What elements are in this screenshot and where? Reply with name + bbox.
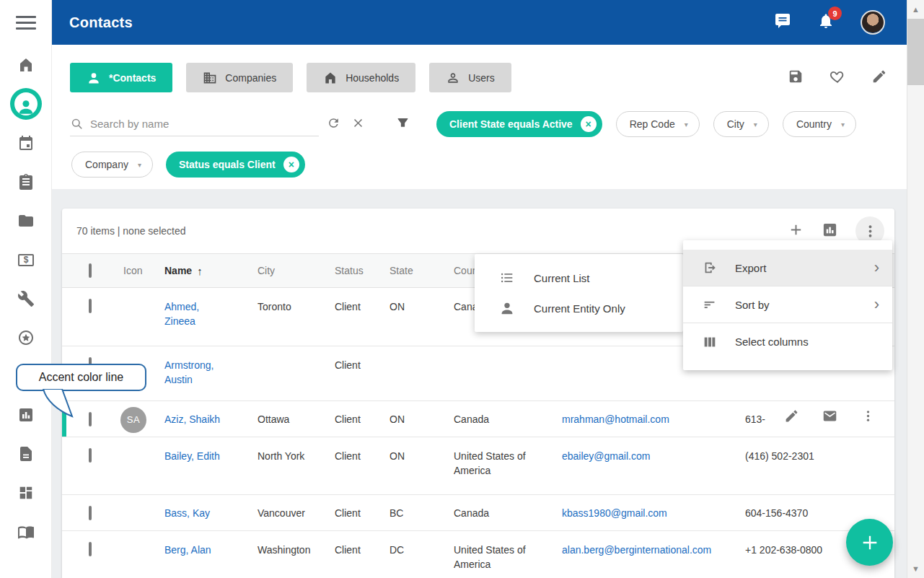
cell-status: Client	[335, 495, 390, 530]
contact-name-link[interactable]: Armstrong, Austin	[164, 346, 258, 400]
tab-contacts[interactable]: *Contacts	[70, 63, 172, 92]
sidebar-item-favorites[interactable]	[0, 318, 52, 357]
cell-email[interactable]: mrahman@hotmail.com	[562, 401, 745, 437]
select-all-checkbox[interactable]	[89, 263, 92, 278]
table-row[interactable]: Bailey, Edith North York Client ON Unite…	[62, 437, 894, 495]
contact-name-link[interactable]: Aziz, Shaikh	[164, 401, 258, 437]
row-checkbox[interactable]	[89, 412, 92, 426]
chip-client-state[interactable]: Client State equals Active ×	[436, 111, 602, 137]
edit-button[interactable]	[871, 69, 887, 87]
sidebar-item-billing[interactable]: $	[0, 240, 52, 279]
table-row[interactable]: Berg, Alan Washington Client DC United S…	[62, 531, 894, 578]
chart-view-icon[interactable]	[822, 222, 838, 241]
add-icon[interactable]	[788, 222, 804, 241]
cell-email[interactable]: ebailey@gmail.com	[562, 437, 745, 494]
sidebar-item-files[interactable]	[0, 434, 52, 473]
sidebar-item-tasks[interactable]	[0, 162, 52, 201]
pencil-icon	[784, 408, 799, 424]
filter-panel: *Contacts Companies Households Users	[52, 45, 907, 189]
scrollbar-thumb[interactable]	[907, 19, 924, 85]
contact-name-link[interactable]: Bass, Kay	[164, 495, 258, 530]
chevron-down-icon: ▾	[685, 121, 688, 128]
row-checkbox[interactable]	[89, 542, 92, 556]
cell-country	[454, 346, 562, 400]
table-row-selected[interactable]: SA Aziz, Shaikh Ottawa Client ON Canada …	[62, 401, 894, 437]
tab-households[interactable]: Households	[307, 63, 415, 92]
clear-search-icon[interactable]	[351, 116, 365, 133]
row-checkbox[interactable]	[89, 448, 92, 463]
submenu-item-current-entity[interactable]: Current Entity Only	[475, 293, 683, 323]
tab-users[interactable]: Users	[429, 63, 511, 92]
favorite-button[interactable]	[830, 69, 845, 87]
sidebar-item-contacts-active[interactable]	[0, 84, 52, 123]
user-avatar[interactable]	[861, 10, 885, 35]
row-checkbox[interactable]	[89, 299, 92, 313]
save-view-button[interactable]	[788, 69, 804, 87]
columns-icon	[702, 334, 718, 350]
row-checkbox[interactable]	[89, 506, 92, 520]
hamburger-menu-icon[interactable]	[16, 16, 36, 30]
cell-state: BC	[390, 495, 454, 530]
email-row-button[interactable]	[822, 408, 837, 426]
column-status[interactable]: Status	[335, 265, 390, 276]
cell-country: United States of America	[454, 437, 562, 494]
add-contact-fab[interactable]	[846, 519, 893, 566]
dropdown-rep-code[interactable]: Rep Code▾	[616, 111, 700, 137]
dropdown-city[interactable]: City▾	[713, 111, 769, 137]
contact-name-link[interactable]: Berg, Alan	[164, 531, 258, 578]
bar-chart-icon	[17, 406, 35, 424]
table-row[interactable]: Bass, Kay Vancouver Client BC Canada kba…	[62, 495, 894, 531]
dashboard-icon	[17, 484, 35, 502]
column-state[interactable]: State	[390, 265, 454, 276]
sidebar-item-knowledge[interactable]	[0, 512, 52, 551]
filter-icon[interactable]	[395, 115, 410, 133]
list-summary: 70 items | none selected	[76, 225, 186, 237]
sidebar-item-dashboard[interactable]	[0, 473, 52, 512]
page-title: Contacts	[69, 14, 133, 31]
contact-name-link[interactable]: Bailey, Edith	[164, 437, 258, 494]
sort-ascending-icon: ↑	[197, 265, 203, 277]
dropdown-country[interactable]: Country▾	[783, 111, 856, 137]
cell-email[interactable]: kbass1980@gmail.com	[562, 495, 745, 530]
notification-badge: 9	[828, 6, 842, 20]
column-city[interactable]: City	[258, 265, 335, 276]
notifications-bell-icon[interactable]: 9	[817, 12, 835, 32]
sidebar-item-tools[interactable]	[0, 279, 52, 318]
export-submenu: Current List Current Entity Only	[475, 254, 683, 332]
sidebar-item-documents[interactable]	[0, 201, 52, 240]
sidebar-item-home[interactable]	[0, 45, 52, 84]
wrench-icon	[17, 290, 35, 307]
calendar-icon	[17, 134, 35, 152]
column-name[interactable]: Name↑	[164, 265, 258, 277]
menu-item-select-columns[interactable]: Select columns	[683, 323, 892, 360]
menu-item-sort-by[interactable]: Sort by ›	[683, 286, 892, 323]
column-icon: Icon	[107, 265, 164, 276]
submenu-item-current-list[interactable]: Current List	[475, 263, 683, 293]
cell-city: Vancouver	[258, 495, 335, 530]
scroll-up-arrow-icon[interactable]: ▲	[907, 5, 924, 14]
cell-status: Client	[335, 401, 390, 437]
edit-row-button[interactable]	[784, 408, 799, 426]
cell-email[interactable]: alan.berg@berginternational.com	[562, 531, 745, 578]
vertical-scrollbar[interactable]: ▲ ▼	[907, 0, 924, 578]
dollar-icon: $	[18, 254, 34, 266]
scroll-down-arrow-icon[interactable]: ▼	[907, 564, 924, 573]
cell-city: North York	[258, 437, 335, 494]
cell-state	[390, 346, 454, 400]
row-more-options-button[interactable]	[861, 408, 876, 426]
contact-name-link[interactable]: Ahmed, Zineea	[164, 288, 258, 346]
chat-icon[interactable]	[774, 12, 791, 32]
menu-item-export[interactable]: Export ›	[683, 250, 892, 286]
remove-chip-icon[interactable]: ×	[283, 157, 299, 172]
dropdown-company[interactable]: Company▾	[71, 152, 153, 178]
tab-companies[interactable]: Companies	[186, 63, 293, 92]
home-icon	[323, 71, 338, 85]
refresh-icon[interactable]	[327, 116, 340, 133]
search-input[interactable]	[90, 118, 319, 130]
cell-city: Ottawa	[258, 401, 335, 437]
vertical-dots-icon	[861, 408, 876, 424]
chip-status[interactable]: Status equals Client ×	[166, 152, 305, 178]
person-icon	[87, 71, 101, 85]
sidebar-item-calendar[interactable]	[0, 123, 52, 162]
remove-chip-icon[interactable]: ×	[581, 116, 597, 132]
